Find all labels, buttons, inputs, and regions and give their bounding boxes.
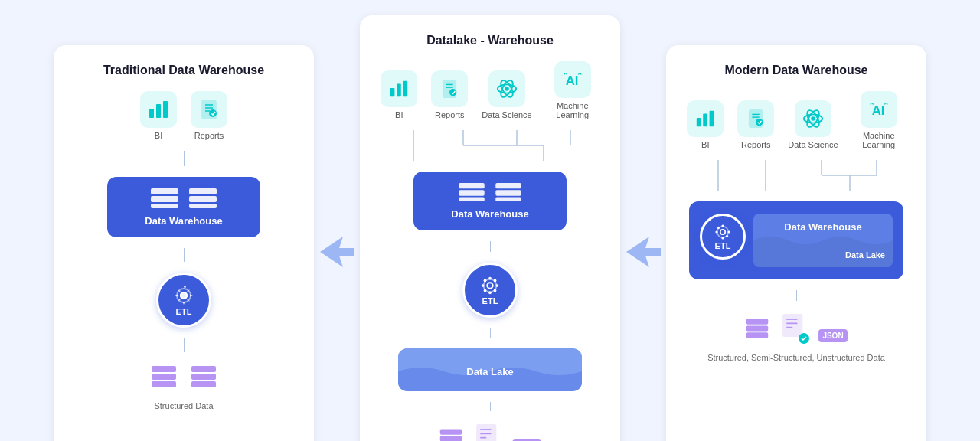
- svg-rect-0: [149, 109, 154, 118]
- dw-icons: [150, 188, 217, 209]
- top-icons-traditional: BI Reports: [140, 91, 227, 140]
- icon-item-datascience-dl: Data Science: [482, 70, 531, 119]
- icon-item-bi-m: BI: [687, 100, 724, 149]
- svg-point-89: [717, 226, 720, 228]
- svg-point-86: [721, 237, 724, 239]
- reports-label: Reports: [194, 131, 224, 140]
- svg-rect-92: [746, 318, 768, 324]
- dw-block-datalake: Data Warehouse: [413, 172, 567, 230]
- svg-point-50: [488, 291, 492, 294]
- bi-icon-box: [140, 91, 177, 128]
- svg-rect-46: [495, 198, 521, 202]
- etl-circle-modern: ETL: [700, 214, 746, 260]
- arrow2: [620, 229, 666, 275]
- icon-item-ds-m: Data Science: [788, 100, 838, 149]
- reports-icon: [198, 98, 220, 121]
- svg-point-85: [721, 224, 724, 227]
- card-title-datalake: Datalake - Warehouse: [426, 34, 554, 47]
- card-datalake: Datalake - Warehouse BI: [360, 15, 620, 441]
- svg-point-56: [494, 279, 497, 283]
- arrow2-icon: [622, 229, 665, 275]
- modern-datalake-label: Data Lake: [845, 250, 885, 260]
- svg-rect-17: [152, 366, 176, 372]
- reports-label-dl: Reports: [435, 110, 465, 119]
- modern-datalake-area: Data Warehouse Data Lake: [753, 214, 893, 267]
- etl-label-modern: ETL: [715, 241, 731, 250]
- etl-gear-icon-dl: [479, 275, 501, 296]
- icon-item-ml-m: AI Machine Learning: [852, 91, 906, 149]
- connector-v5: [490, 328, 491, 338]
- icon-struct-dbcheck-m: [782, 312, 806, 342]
- svg-text:AI: AI: [565, 74, 578, 88]
- ds-icon-box-m: [795, 100, 831, 137]
- bi-label: BI: [155, 131, 162, 140]
- dw-db-icon1: [150, 188, 179, 209]
- icon-struct-db-m: [745, 315, 769, 342]
- svg-rect-43: [459, 198, 484, 202]
- arrow1: [314, 229, 360, 275]
- connector-v2: [184, 248, 185, 262]
- etl-gear-icon-m: [714, 223, 732, 241]
- svg-rect-94: [746, 332, 768, 338]
- modern-dw-title: Data Warehouse: [784, 221, 861, 233]
- bi-icon-dl: [388, 78, 410, 100]
- svg-point-75: [811, 116, 815, 121]
- struct-db-m: [745, 315, 769, 342]
- bi-icon-m: [694, 108, 716, 129]
- card-traditional: Traditional Data Warehouse BI: [54, 45, 314, 442]
- modern-datalake-label-area: Data Lake: [845, 247, 885, 261]
- etl-gear-icon: [172, 284, 195, 307]
- struct-db-dl: [439, 425, 463, 441]
- datascience-icon-box-dl: [488, 70, 525, 107]
- svg-rect-13: [189, 204, 217, 208]
- icon-item-bi: BI: [140, 91, 177, 140]
- ml-label-dl: Machine Learning: [546, 101, 599, 119]
- bi-icon-box-dl: [381, 70, 417, 107]
- reports-icon-box-m: [737, 100, 774, 137]
- reports-icon-box: [191, 91, 227, 128]
- svg-rect-58: [440, 430, 462, 435]
- svg-rect-21: [191, 374, 216, 380]
- svg-point-54: [494, 289, 497, 292]
- svg-point-90: [726, 235, 728, 237]
- svg-point-55: [484, 289, 487, 292]
- svg-point-33: [505, 87, 509, 91]
- arrow1-icon: [316, 229, 358, 275]
- structured-label-traditional: Structured Data: [154, 401, 213, 410]
- top-icons-datalake: BI Reports: [381, 61, 599, 119]
- ml-icon-dl: AI: [562, 69, 583, 90]
- ml-icon-box-dl: AI: [554, 61, 591, 98]
- card-modern: Modern Data Warehouse BI: [666, 45, 926, 442]
- etl-label-traditional: ETL: [176, 307, 192, 316]
- etl-label-dl: ETL: [482, 296, 498, 305]
- json-badge-m: JSON: [818, 329, 847, 342]
- svg-point-29: [449, 89, 456, 96]
- card-title-traditional: Traditional Data Warehouse: [103, 64, 264, 77]
- modern-combined-block: ETL Data Warehouse Data Lake: [689, 201, 903, 279]
- struct-dbcheck-dl: [475, 422, 500, 441]
- structured-row-modern: JSON: [745, 312, 847, 342]
- svg-rect-12: [189, 196, 217, 202]
- reports-icon-dl: [439, 78, 460, 100]
- icon-item-reports-dl: Reports: [431, 70, 468, 119]
- svg-rect-23: [390, 88, 395, 96]
- icon-struct-dbcheck-dl: [475, 422, 500, 441]
- svg-rect-66: [703, 113, 707, 126]
- icon-item-struct2: [190, 363, 217, 390]
- card-title-modern: Modern Data Warehouse: [725, 64, 868, 77]
- svg-point-87: [715, 230, 717, 233]
- connector-v1: [184, 151, 185, 166]
- datalake-block: Data Lake: [398, 348, 582, 391]
- svg-rect-65: [697, 118, 701, 126]
- svg-rect-24: [397, 83, 401, 96]
- svg-rect-59: [440, 436, 462, 441]
- etl-circle-traditional: ETL: [156, 273, 211, 328]
- svg-point-84: [720, 229, 725, 234]
- dw-db-icon2: [188, 188, 217, 209]
- icon-item-ml-dl: AI Machine Learning: [546, 61, 599, 119]
- svg-point-71: [756, 119, 763, 126]
- top-icons-modern: BI Reports: [687, 91, 905, 149]
- dw-label-datalake: Data Warehouse: [451, 208, 528, 220]
- svg-rect-45: [495, 190, 521, 195]
- main-container: Traditional Data Warehouse BI: [0, 0, 980, 441]
